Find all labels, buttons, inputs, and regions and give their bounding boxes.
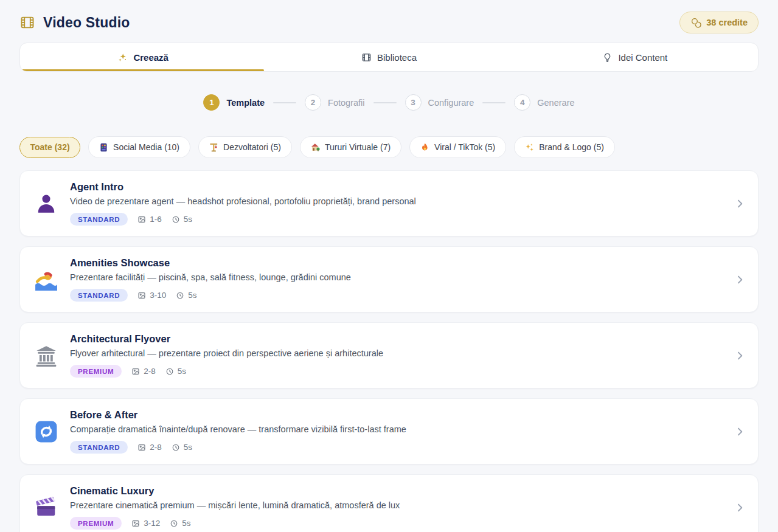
step-label: Template [226,98,265,108]
video-studio-page: Video Studio 38 credite CreeazăBibliotec… [0,0,778,532]
photo-count-value: 2-8 [150,443,162,452]
tier-badge: STANDARD [70,213,128,226]
template-description: Prezentare facilități — piscină, spa, sa… [70,272,726,282]
card-meta: STANDARD2-85s [70,441,726,454]
clock-icon [172,443,180,452]
duration-value: 5s [178,367,186,376]
filter-chip-social-media-10[interactable]: Social Media (10) [88,136,190,158]
template-card-cinematic-luxury[interactable]: Cinematic LuxuryPrezentare cinematică pr… [19,474,759,532]
building-icon [35,344,70,367]
image-icon [131,519,140,528]
card-body: Cinematic LuxuryPrezentare cinematică pr… [70,485,726,530]
filter-chip-toate-32[interactable]: Toate (32) [19,137,80,158]
chevron-right-icon [734,198,746,210]
template-title: Cinematic Luxury [70,485,726,497]
template-list: Agent IntroVideo de prezentare agent — h… [19,170,759,532]
tab-biblioteca[interactable]: Biblioteca [266,43,512,71]
step-number: 4 [514,94,530,111]
chevron-right-icon [734,426,746,438]
filter-chip-viral-tiktok-5[interactable]: Viral / TikTok (5) [409,136,506,158]
step-template: 1Template [203,94,265,111]
sparkles-icon [525,143,534,152]
step-number: 2 [305,94,321,111]
template-description: Video de prezentare agent — headshot pro… [70,196,726,206]
step-connector [482,102,505,103]
filter-chips: Toate (32)Social Media (10)Dezvoltatori … [19,136,759,158]
agent-icon [35,192,70,215]
chevron-right-icon [734,502,746,514]
template-card-architectural-flyover[interactable]: Architectural FlyoverFlyover arhitectura… [19,322,759,389]
card-meta: PREMIUM3-125s [70,517,726,530]
photo-count-value: 3-12 [144,519,160,528]
card-meta: PREMIUM2-85s [70,365,726,378]
chip-label: Viral / TikTok (5) [434,142,495,152]
clock-icon [172,215,180,224]
duration: 5s [165,367,186,376]
sparkle-icon [117,52,128,63]
tab-creeaz[interactable]: Creează [20,43,266,71]
step-configurare: 3Configurare [405,94,474,111]
credits-label: 38 credite [706,18,748,27]
template-card-amenities-showcase[interactable]: Amenities ShowcasePrezentare facilități … [19,246,759,313]
card-body: Amenities ShowcasePrezentare facilități … [70,257,726,302]
step-fotografii: 2Fotografii [305,94,364,111]
tier-badge: STANDARD [70,441,128,454]
template-title: Agent Intro [70,181,726,193]
image-icon [131,367,140,376]
tier-badge: PREMIUM [70,365,122,378]
coins-icon [690,17,701,28]
filter-chip-brand-logo-5[interactable]: Brand & Logo (5) [514,136,615,158]
header-title-group: Video Studio [19,15,130,31]
bulb-icon [602,52,613,63]
photo-count-value: 1-6 [150,215,162,224]
duration-value: 5s [182,519,190,528]
chip-label: Social Media (10) [113,142,179,152]
clock-icon [170,519,178,528]
template-description: Comparație dramatică înainte/după renova… [70,424,726,434]
tab-label: Biblioteca [377,52,417,63]
header: Video Studio 38 credite [19,9,759,36]
duration-value: 5s [184,443,192,452]
clock-icon [176,291,184,300]
duration: 5s [172,443,192,452]
duration-value: 5s [184,215,192,224]
template-title: Amenities Showcase [70,257,726,269]
clapper-icon [35,496,70,519]
template-description: Prezentare cinematică premium — mișcări … [70,500,726,510]
duration: 5s [170,519,190,528]
chip-label: Dezvoltatori (5) [223,142,281,152]
duration: 5s [172,215,192,224]
filter-chip-dezvoltatori-5[interactable]: Dezvoltatori (5) [198,136,292,158]
clock-icon [165,367,174,376]
social-icon [99,143,108,152]
chevron-right-icon [734,350,746,362]
wizard-stepper: 1Template2Fotografii3Configurare4Generar… [19,94,759,111]
credits-badge[interactable]: 38 credite [679,12,759,33]
template-card-agent-intro[interactable]: Agent IntroVideo de prezentare agent — h… [19,170,759,237]
template-description: Flyover arhitectural — prezentare proiec… [70,348,726,358]
film-icon [19,15,35,30]
step-generare: 4Generare [514,94,574,111]
chip-label: Toate (32) [30,142,70,152]
photo-count-value: 3-10 [150,291,166,300]
template-card-before-after[interactable]: Before & AfterComparație dramatică înain… [19,398,759,465]
tab-bar: CreeazăBibliotecaIdei Content [19,43,759,72]
refresh-icon [35,420,70,443]
filter-chip-tururi-virtuale-7[interactable]: Tururi Virtuale (7) [300,136,401,158]
page-title: Video Studio [43,15,130,31]
chip-label: Brand & Logo (5) [539,142,604,152]
photo-count-value: 2-8 [144,367,156,376]
chip-label: Tururi Virtuale (7) [325,142,391,152]
card-meta: STANDARD1-65s [70,213,726,226]
card-body: Architectural FlyoverFlyover arhitectura… [70,333,726,378]
tab-idei-content[interactable]: Idei Content [512,43,758,71]
step-label: Fotografii [328,98,364,108]
swimmer-icon [35,268,70,291]
step-connector [273,102,296,103]
tier-badge: STANDARD [70,289,128,302]
tier-badge: PREMIUM [70,517,122,530]
image-icon [137,291,146,300]
duration: 5s [176,291,196,300]
photo-count: 1-6 [137,215,162,224]
chevron-right-icon [734,274,746,286]
